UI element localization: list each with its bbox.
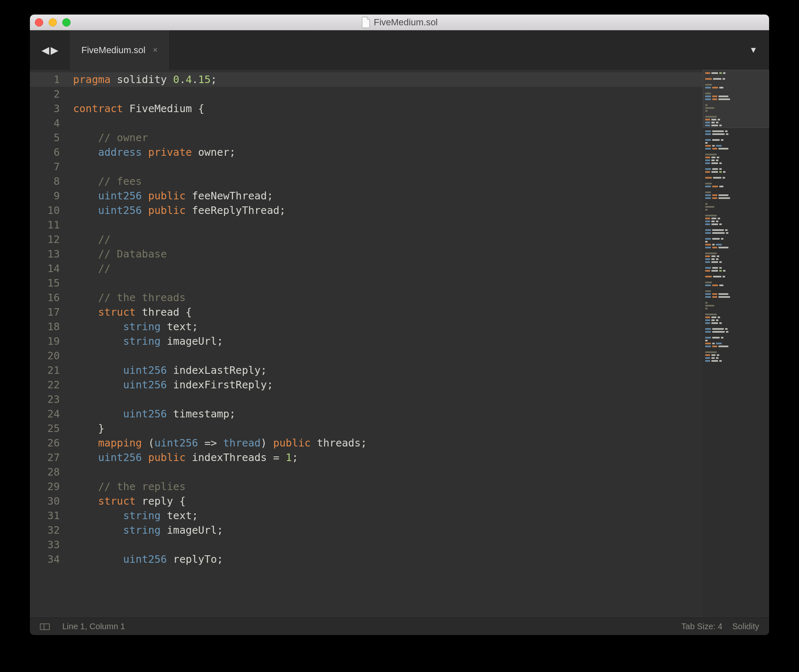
code-line[interactable]: // owner xyxy=(73,130,703,145)
code-line[interactable]: } xyxy=(73,421,703,436)
line-number[interactable]: 18 xyxy=(32,319,60,334)
code-line[interactable]: string text; xyxy=(73,319,703,334)
line-number[interactable]: 32 xyxy=(32,523,60,537)
tab-nav: ◀ ▶ xyxy=(30,30,70,70)
close-window-button[interactable] xyxy=(35,18,43,27)
line-number[interactable]: 2 xyxy=(32,87,60,101)
line-number[interactable]: 33 xyxy=(32,537,60,552)
line-number[interactable]: 8 xyxy=(32,174,60,189)
gutter[interactable]: 1234567891011121314151617181920212223242… xyxy=(30,70,66,618)
tab-nav-next[interactable]: ▶ xyxy=(51,44,58,56)
tab-spacer xyxy=(170,30,738,70)
code-line[interactable] xyxy=(73,276,703,290)
line-number[interactable]: 26 xyxy=(32,436,60,450)
code-line[interactable] xyxy=(73,116,703,130)
code-line[interactable]: // Database xyxy=(73,247,703,261)
line-number[interactable]: 7 xyxy=(32,159,60,174)
code-line[interactable] xyxy=(73,392,703,407)
line-number[interactable]: 17 xyxy=(32,305,60,319)
editor-window: FiveMedium.sol ◀ ▶ FiveMedium.sol × ▼ 12… xyxy=(30,15,769,635)
chevron-down-icon: ▼ xyxy=(749,45,757,55)
code-line[interactable] xyxy=(73,537,703,552)
code-line[interactable]: struct thread { xyxy=(73,305,703,319)
code-line[interactable]: string text; xyxy=(73,508,703,523)
line-number[interactable]: 23 xyxy=(32,392,60,407)
code-line[interactable]: mapping (uint256 => thread) public threa… xyxy=(73,436,703,450)
titlebar[interactable]: FiveMedium.sol xyxy=(30,15,769,30)
panel-icon[interactable] xyxy=(40,623,50,630)
maximize-window-button[interactable] xyxy=(62,18,71,27)
line-number[interactable]: 1 xyxy=(30,72,66,87)
code-line[interactable]: string imageUrl; xyxy=(73,334,703,348)
traffic-lights xyxy=(35,18,71,27)
tab-close-icon[interactable]: × xyxy=(153,45,158,55)
line-number[interactable]: 21 xyxy=(32,363,60,378)
code-line[interactable]: // xyxy=(73,232,703,247)
line-number[interactable]: 5 xyxy=(32,130,60,145)
line-number[interactable]: 27 xyxy=(32,450,60,465)
line-number[interactable]: 11 xyxy=(32,218,60,232)
status-tabsize[interactable]: Tab Size: 4 xyxy=(681,622,723,631)
tab-nav-prev[interactable]: ◀ xyxy=(42,44,49,56)
status-language[interactable]: Solidity xyxy=(733,622,759,631)
code-line[interactable] xyxy=(73,218,703,232)
line-number[interactable]: 22 xyxy=(32,378,60,392)
line-number[interactable]: 34 xyxy=(32,552,60,567)
line-number[interactable]: 31 xyxy=(32,508,60,523)
code-line[interactable]: struct reply { xyxy=(73,494,703,508)
line-number[interactable]: 20 xyxy=(32,348,60,363)
minimap[interactable] xyxy=(703,70,769,618)
code-content[interactable]: pragma solidity 0.4.15; contract FiveMed… xyxy=(66,70,703,618)
code-line[interactable]: contract FiveMedium { xyxy=(73,101,703,116)
code-line[interactable]: uint256 indexLastReply; xyxy=(73,363,703,378)
line-number[interactable]: 12 xyxy=(32,232,60,247)
status-cursor[interactable]: Line 1, Column 1 xyxy=(62,622,125,631)
code-line[interactable]: // xyxy=(73,261,703,276)
line-number[interactable]: 6 xyxy=(32,145,60,159)
line-number[interactable]: 4 xyxy=(32,116,60,130)
code-line[interactable]: uint256 replyTo; xyxy=(73,552,703,567)
line-number[interactable]: 25 xyxy=(32,421,60,436)
tab-bar: ◀ ▶ FiveMedium.sol × ▼ xyxy=(30,30,769,70)
line-number[interactable]: 29 xyxy=(32,479,60,494)
tab-label: FiveMedium.sol xyxy=(81,45,145,56)
line-number[interactable]: 9 xyxy=(32,189,60,203)
window-title-area: FiveMedium.sol xyxy=(30,17,769,28)
file-icon xyxy=(361,17,370,28)
code-line[interactable]: // the replies xyxy=(73,479,703,494)
code-line[interactable]: uint256 timestamp; xyxy=(73,407,703,421)
code-line[interactable] xyxy=(73,348,703,363)
code-line[interactable] xyxy=(73,159,703,174)
window-title: FiveMedium.sol xyxy=(374,17,438,28)
editor-area: 1234567891011121314151617181920212223242… xyxy=(30,70,769,618)
code-line[interactable]: uint256 public indexThreads = 1; xyxy=(73,450,703,465)
code-line[interactable]: // fees xyxy=(73,174,703,189)
code-line[interactable]: // the threads xyxy=(73,290,703,305)
line-number[interactable]: 16 xyxy=(32,290,60,305)
status-bar: Line 1, Column 1 Tab Size: 4 Solidity xyxy=(30,618,769,635)
new-tab-dropdown[interactable]: ▼ xyxy=(738,30,769,70)
code-line[interactable]: uint256 public feeReplyThread; xyxy=(73,203,703,218)
tab-fivemedium[interactable]: FiveMedium.sol × xyxy=(70,30,170,70)
line-number[interactable]: 15 xyxy=(32,276,60,290)
line-number[interactable]: 19 xyxy=(32,334,60,348)
line-number[interactable]: 24 xyxy=(32,407,60,421)
line-number[interactable]: 3 xyxy=(32,101,60,116)
code-line[interactable]: address private owner; xyxy=(73,145,703,159)
code-line[interactable]: uint256 indexFirstReply; xyxy=(73,378,703,392)
code-line[interactable] xyxy=(73,465,703,479)
line-number[interactable]: 13 xyxy=(32,247,60,261)
code-line[interactable]: uint256 public feeNewThread; xyxy=(73,189,703,203)
line-number[interactable]: 28 xyxy=(32,465,60,479)
line-number[interactable]: 30 xyxy=(32,494,60,508)
line-number[interactable]: 14 xyxy=(32,261,60,276)
line-number[interactable]: 10 xyxy=(32,203,60,218)
code-line[interactable]: pragma solidity 0.4.15; xyxy=(66,72,703,87)
code-line[interactable] xyxy=(73,87,703,101)
minimize-window-button[interactable] xyxy=(49,18,57,27)
code-line[interactable]: string imageUrl; xyxy=(73,523,703,537)
